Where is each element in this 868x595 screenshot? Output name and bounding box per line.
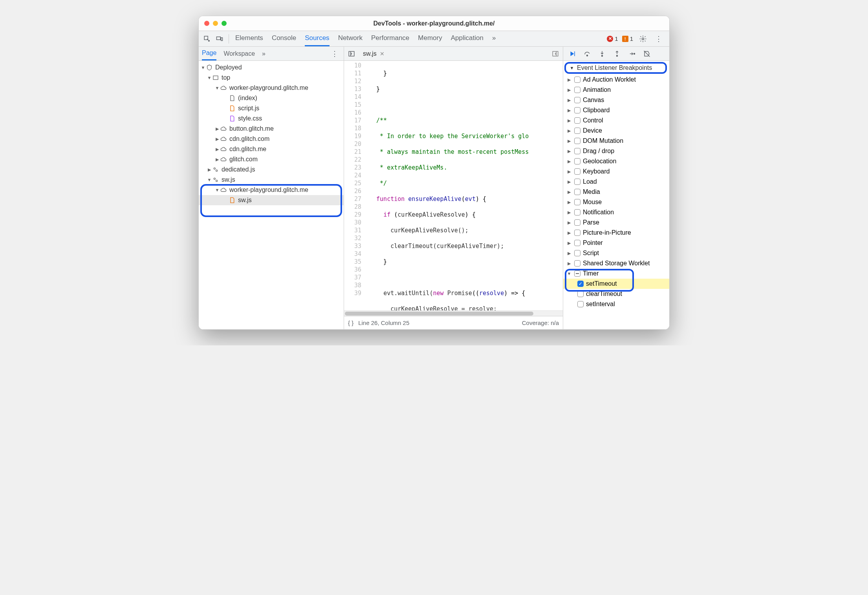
- tree-sw-domain[interactable]: worker-playground.glitch.me: [199, 185, 344, 195]
- devtools-window: DevTools - worker-playground.glitch.me/ …: [198, 16, 670, 330]
- tree-sw-file[interactable]: sw.js: [199, 195, 344, 205]
- traffic-lights: [204, 21, 227, 26]
- coverage-status: Coverage: n/a: [522, 319, 559, 326]
- event-category[interactable]: DOM Mutation: [563, 136, 669, 146]
- event-category[interactable]: Media: [563, 187, 669, 197]
- inspect-icon[interactable]: [201, 33, 213, 45]
- tree-file-style[interactable]: style.css: [199, 113, 344, 124]
- tab-network[interactable]: Network: [338, 31, 363, 46]
- event-category[interactable]: Animation: [563, 85, 669, 95]
- event-cleartimeout[interactable]: clearTimeout: [563, 289, 669, 299]
- event-setinterval[interactable]: setInterval: [563, 299, 669, 309]
- tab-application[interactable]: Application: [451, 31, 483, 46]
- event-breakpoints-header[interactable]: Event Listener Breakpoints: [564, 62, 667, 74]
- script-icon: [229, 197, 236, 204]
- gear-icon[interactable]: [637, 33, 649, 45]
- event-category[interactable]: Ad Auction Worklet: [563, 75, 669, 85]
- svg-point-6: [216, 170, 218, 172]
- svg-rect-1: [217, 37, 221, 40]
- event-category[interactable]: Device: [563, 126, 669, 136]
- tree-label: dedicated.js: [222, 166, 255, 173]
- code-content[interactable]: } } /** * In order to keep the ServiceWo…: [365, 61, 563, 310]
- tree-sw-root[interactable]: sw.js: [199, 175, 344, 185]
- gears-icon: [212, 166, 219, 173]
- event-category[interactable]: Parse: [563, 217, 669, 228]
- window-title: DevTools - worker-playground.glitch.me/: [204, 20, 664, 27]
- step-into-icon[interactable]: [598, 49, 606, 58]
- category-label: DOM Mutation: [583, 137, 623, 144]
- event-category[interactable]: Control: [563, 115, 669, 126]
- file-tab-sw[interactable]: sw.js ✕: [359, 47, 388, 60]
- step-out-icon[interactable]: [613, 49, 621, 58]
- warning-count[interactable]: ! 1: [622, 35, 633, 42]
- cloud-icon: [220, 156, 227, 163]
- tab-performance[interactable]: Performance: [371, 31, 409, 46]
- event-settimeout[interactable]: ✓setTimeout: [563, 279, 669, 289]
- close-tab-icon[interactable]: ✕: [380, 51, 385, 57]
- event-category[interactable]: Clipboard: [563, 105, 669, 115]
- event-category[interactable]: Picture-in-Picture: [563, 228, 669, 238]
- tree-label: worker-playground.glitch.me: [229, 84, 308, 91]
- toggle-navigator-icon[interactable]: [346, 49, 357, 59]
- tree-domain[interactable]: cdn.glitch.me: [199, 144, 344, 154]
- event-category[interactable]: Keyboard: [563, 166, 669, 177]
- category-label: Ad Auction Worklet: [583, 76, 636, 83]
- error-count[interactable]: ✕ 1: [607, 35, 618, 42]
- event-category[interactable]: Notification: [563, 207, 669, 217]
- step-icon[interactable]: [628, 49, 636, 58]
- minimize-icon[interactable]: [213, 21, 218, 26]
- tree-domain[interactable]: button.glitch.me: [199, 124, 344, 134]
- tree-domain[interactable]: cdn.glitch.com: [199, 134, 344, 144]
- tab-elements[interactable]: Elements: [235, 31, 263, 46]
- debugger-panel: Event Listener Breakpoints Ad Auction Wo…: [563, 47, 669, 329]
- tree-label: glitch.com: [229, 156, 258, 163]
- warning-count-value: 1: [630, 35, 633, 42]
- step-over-icon[interactable]: [583, 49, 591, 58]
- subtab-workspace[interactable]: Workspace: [223, 47, 255, 60]
- tree-dedicated[interactable]: dedicated.js: [199, 164, 344, 175]
- event-category[interactable]: Mouse: [563, 197, 669, 207]
- subtab-overflow[interactable]: »: [262, 47, 266, 60]
- checkbox-checked-icon[interactable]: ✓: [577, 281, 584, 287]
- close-icon[interactable]: [204, 21, 209, 26]
- tree-file-script[interactable]: script.js: [199, 103, 344, 113]
- event-category[interactable]: Script: [563, 248, 669, 258]
- device-icon[interactable]: [214, 33, 225, 45]
- event-category[interactable]: Load: [563, 177, 669, 187]
- event-category[interactable]: Drag / drop: [563, 146, 669, 156]
- tree-domain-main[interactable]: worker-playground.glitch.me: [199, 83, 344, 93]
- code-editor[interactable]: 1011121314 1516171819 2021222324 2526272…: [344, 61, 563, 310]
- divider: [229, 34, 229, 44]
- tab-console[interactable]: Console: [272, 31, 296, 46]
- category-label: Keyboard: [583, 168, 610, 175]
- tab-memory[interactable]: Memory: [418, 31, 442, 46]
- navigator-tabs: Page Workspace » ⋮: [199, 47, 344, 61]
- scrollbar-thumb[interactable]: [345, 312, 533, 316]
- subtab-page[interactable]: Page: [202, 47, 216, 60]
- tabs-overflow[interactable]: »: [492, 31, 496, 46]
- tree-top[interactable]: top: [199, 73, 344, 83]
- horizontal-scrollbar[interactable]: [344, 310, 563, 316]
- toggle-debugger-icon[interactable]: [550, 49, 560, 59]
- deactivate-breakpoints-icon[interactable]: [643, 49, 651, 58]
- tree-file-index[interactable]: (index): [199, 93, 344, 103]
- event-category-timer[interactable]: Timer: [563, 268, 669, 279]
- resume-icon[interactable]: [568, 49, 577, 58]
- navigator-kebab-icon[interactable]: ⋮: [329, 48, 341, 60]
- category-label: Pointer: [583, 239, 603, 246]
- cloud-icon: [220, 84, 227, 91]
- event-category[interactable]: Geolocation: [563, 156, 669, 166]
- file-tabbar: sw.js ✕: [344, 47, 563, 61]
- event-category[interactable]: Pointer: [563, 238, 669, 248]
- tree-deployed[interactable]: Deployed: [199, 62, 344, 73]
- maximize-icon[interactable]: [222, 21, 227, 26]
- error-icon: ✕: [607, 36, 613, 42]
- event-category[interactable]: Canvas: [563, 95, 669, 105]
- event-category[interactable]: Shared Storage Worklet: [563, 258, 669, 268]
- cloud-icon: [220, 146, 227, 153]
- frame-icon: [212, 74, 219, 81]
- tab-sources[interactable]: Sources: [305, 31, 329, 46]
- pretty-print-icon[interactable]: { }: [348, 319, 353, 326]
- kebab-icon[interactable]: ⋮: [653, 33, 665, 45]
- tree-domain[interactable]: glitch.com: [199, 154, 344, 164]
